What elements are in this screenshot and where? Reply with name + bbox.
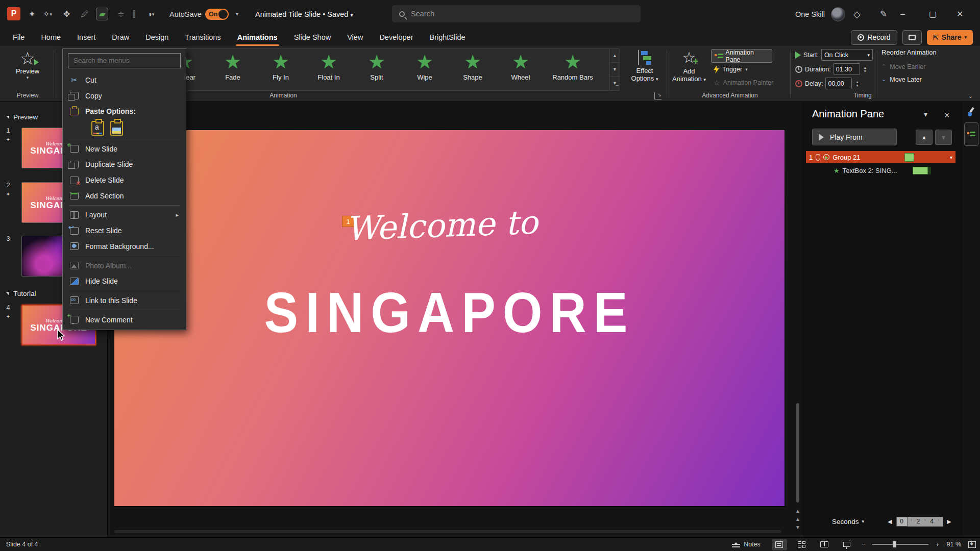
section-tutorial[interactable]: Tutorial [6,290,36,297]
timeline-position-marker[interactable]: 0 [896,517,908,527]
zoom-in-button[interactable]: + [936,541,939,548]
slide-canvas[interactable]: 1 Welcome to SINGAPORE [114,130,785,506]
format-brush-icon[interactable] [967,107,976,117]
horizontal-scrollbar[interactable] [114,530,781,533]
menu-item-add-section[interactable]: Add Section [63,188,186,204]
qat-shape-fill-icon[interactable]: ◑▾ [147,0,154,28]
qat-align-icon[interactable]: ≑ [117,0,124,28]
delay-spinner[interactable]: ▴▾ [856,80,858,87]
menu-item-format-background[interactable]: Format Background... [63,239,186,255]
zoom-out-button[interactable]: − [862,541,865,548]
autosave-toggle[interactable]: On [205,0,229,28]
menu-item-layout[interactable]: Layout▸ [63,207,186,223]
reorder-up-button[interactable]: ▲ [916,130,933,145]
slide-sorter-view-button[interactable] [794,539,810,550]
animation-shape[interactable]: ★Shape [449,51,497,81]
menu-item-new-comment[interactable]: New Comment [63,312,186,328]
scroll-up-icon[interactable]: ▲ [795,508,801,514]
animation-random-bars[interactable]: ★Random Bars [545,51,601,81]
section-preview[interactable]: Preview [6,113,38,121]
qat-animation-pane-icon[interactable]: ▰ [96,0,108,28]
scrollbar-thumb[interactable] [796,403,799,503]
menu-item-new-slide[interactable]: New Slide [63,141,186,157]
animation-pane-button[interactable]: Animation Pane [711,49,772,63]
animation-split[interactable]: ★Split [353,51,401,81]
collapse-ribbon-icon[interactable]: ⌄ [968,93,973,99]
close-button[interactable]: ✕ [957,0,979,28]
slide-show-button[interactable] [839,539,854,550]
normal-view-button[interactable] [772,539,787,550]
zoom-slider[interactable] [872,544,928,545]
delay-input[interactable]: 00,00 [825,78,852,89]
timeline-scroll-left-icon[interactable]: ◀ [888,518,892,525]
animation-item-group-21[interactable]: 1 Group 21 ▾ [806,151,955,163]
gallery-scroll-up[interactable]: ▲ [610,49,620,63]
timeline-scale[interactable]: 0 '2 '4 ' [896,517,943,527]
timeline-unit-dropdown[interactable]: Seconds▾ [832,518,864,525]
tab-file[interactable]: File [6,28,31,46]
add-animation-button[interactable]: ☆+ Add Animation ▾ [670,50,708,83]
menu-item-copy[interactable]: Copy [63,88,186,104]
timing-bar[interactable] [913,167,928,174]
maximize-button[interactable]: ▢ [929,0,951,28]
zoom-slider-thumb[interactable] [893,541,896,547]
timing-bar[interactable] [904,153,914,162]
trigger-button[interactable]: Trigger▾ [714,65,748,73]
tab-design[interactable]: Design [139,28,175,46]
animation-float-in[interactable]: ★Float In [305,51,353,81]
previous-slide-icon[interactable]: ▲ [795,516,801,522]
menu-item-duplicate-slide[interactable]: Duplicate Slide [63,157,186,172]
menu-item-delete-slide[interactable]: Delete Slide [63,172,186,188]
qat-distribute-icon[interactable]: ⫿ [133,0,135,28]
editor-pen-icon[interactable]: ✎ [880,0,887,28]
tab-slide-show[interactable]: Slide Show [287,28,338,46]
animation-dialog-launcher[interactable]: ↘ [654,92,662,99]
animation-fly-in[interactable]: ★Fly In [257,51,305,81]
menu-item-cut[interactable]: ✂Cut [63,72,186,88]
minimize-button[interactable]: – [900,0,923,28]
vertical-scrollbar[interactable]: ▲ ▲ ▼ [795,130,801,528]
reading-view-button[interactable] [817,539,832,550]
search-input[interactable]: Search [392,5,641,22]
gallery-more-button[interactable]: ▼̲ [610,77,620,90]
slide-script-text[interactable]: Welcome to [114,195,770,256]
powerpoint-logo[interactable]: P [7,7,20,20]
share-button[interactable]: ⇱ Share ▾ [927,30,973,45]
animation-wipe[interactable]: ★Wipe [401,51,449,81]
menu-item-reset-slide[interactable]: Reset Slide [63,223,186,239]
next-slide-icon[interactable]: ▼ [795,524,801,530]
record-button[interactable]: Record [851,30,897,45]
pane-collapse-icon[interactable]: ▾ [924,110,927,118]
move-earlier-button[interactable]: ⌃ Move Earlier [881,60,953,73]
tab-transitions[interactable]: Transitions [178,28,227,46]
paste-keep-formatting-icon[interactable] [91,121,104,136]
effect-options-button[interactable]: Effect Options ▾ [627,50,663,82]
tab-draw[interactable]: Draw [105,28,136,46]
user-name[interactable]: One Skill [795,0,825,28]
paste-picture-icon[interactable] [110,121,123,136]
timeline-scroll-right-icon[interactable]: ▶ [947,518,951,525]
qat-star-add-icon[interactable]: ✧▾ [43,0,52,28]
item-dropdown-icon[interactable]: ▾ [950,155,952,160]
fit-to-window-icon[interactable] [968,541,976,548]
tab-developer[interactable]: Developer [373,28,420,46]
tab-home[interactable]: Home [34,28,67,46]
notes-button[interactable]: Notes [728,541,765,548]
animation-wheel[interactable]: ★Wheel [497,51,545,81]
avatar[interactable] [831,0,845,28]
tab-view[interactable]: View [340,28,370,46]
reorder-down-button[interactable]: ▼ [935,130,952,145]
start-dropdown[interactable]: On Click▾ [821,49,873,61]
tab-animations[interactable]: Animations [231,28,284,46]
animation-item-textbox-2[interactable]: ★ TextBox 2: SING... [806,164,955,177]
preview-button[interactable]: ☆ Preview ▾ [9,49,46,87]
comments-button[interactable] [902,30,922,45]
menu-search-input[interactable] [68,53,181,68]
move-later-button[interactable]: ⌄ Move Later [881,73,953,86]
tab-insert[interactable]: Insert [70,28,102,46]
premium-diamond-icon[interactable]: ◇ [853,0,861,28]
zoom-level[interactable]: 91 % [947,541,962,548]
document-title[interactable]: Animated Title Slide • Saved ▾ [255,0,353,28]
autosave-dropdown-icon[interactable]: ▾ [236,0,238,28]
duration-input[interactable]: 01,30 [834,63,860,75]
